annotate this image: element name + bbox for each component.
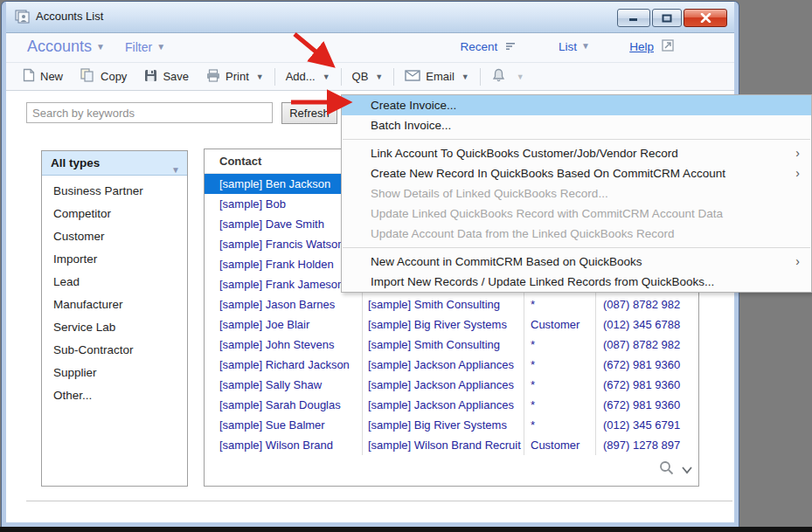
print-button[interactable]: Print ▼ bbox=[201, 66, 269, 87]
cell-phone: (012) 345 6788 bbox=[596, 314, 698, 335]
chevron-down-icon: ▼ bbox=[323, 73, 330, 81]
toolbar-separator bbox=[341, 68, 342, 86]
add-button-label: Add... bbox=[286, 70, 316, 83]
menu-item-create-new-record-in-quickbooks-based-on[interactable]: Create New Record In QuickBooks Based On… bbox=[342, 163, 811, 183]
filter-menu-label: Filter bbox=[125, 40, 152, 54]
refresh-button[interactable]: Refresh bbox=[281, 102, 337, 124]
open-in-window-icon[interactable] bbox=[662, 39, 675, 56]
cell-phone: (897) 1278 897 bbox=[596, 435, 698, 455]
table-row[interactable]: [sample] Joe Blair[sample] Big River Sys… bbox=[205, 314, 698, 335]
menu-item-show-details-of-linked-quickbooks-record: Show Details of Linked QuickBooks Record… bbox=[342, 183, 811, 204]
table-row[interactable]: [sample] Sue Balmer[sample] Big River Sy… bbox=[205, 415, 698, 435]
cell-contact: [sample] Wilson Brand bbox=[205, 435, 363, 455]
cell-phone: (012) 345 6791 bbox=[596, 415, 698, 435]
table-row[interactable]: [sample] Jason Barnes[sample] Smith Cons… bbox=[205, 294, 698, 314]
quickbooks-button[interactable]: QB ▼ bbox=[347, 67, 389, 86]
alerts-button[interactable]: ▼ bbox=[486, 66, 530, 88]
list-menu[interactable]: List▼ bbox=[559, 40, 590, 53]
copy-button[interactable]: Copy bbox=[75, 66, 132, 87]
toolbar-separator bbox=[480, 68, 481, 86]
cell-type: * bbox=[524, 294, 596, 314]
scroll-down-icon[interactable] bbox=[681, 462, 693, 478]
chevron-down-icon: ▼ bbox=[581, 41, 590, 51]
cell-contact: [sample] Richard Jackson bbox=[205, 355, 363, 375]
add-button[interactable]: Add... ▼ bbox=[281, 67, 336, 86]
blank-page-icon bbox=[23, 68, 35, 85]
cell-type: * bbox=[524, 335, 596, 355]
sidebar-item-customer[interactable]: Customer bbox=[42, 225, 187, 248]
cell-type: * bbox=[524, 355, 596, 375]
filter-menu[interactable]: Filter▼ bbox=[125, 40, 165, 54]
menu-item-batch-invoice[interactable]: Batch Invoice... bbox=[342, 115, 811, 135]
maximize-button[interactable] bbox=[652, 9, 682, 27]
title-bar: Accounts List bbox=[6, 2, 734, 33]
recent-sort-icon bbox=[506, 40, 516, 53]
menu-item-import-new-records-update-linked-records[interactable]: Import New Records / Update Linked Recor… bbox=[342, 272, 811, 292]
table-row[interactable]: [sample] Sarah Douglas[sample] Jackson A… bbox=[205, 395, 698, 415]
menu-separator bbox=[342, 135, 811, 143]
panel-divider bbox=[26, 501, 732, 501]
cell-phone: (087) 8782 982 bbox=[596, 294, 698, 314]
sidebar-item-importer[interactable]: Importer bbox=[42, 248, 187, 271]
account-type-header[interactable]: All types ▼ bbox=[42, 151, 187, 176]
envelope-icon bbox=[405, 70, 420, 84]
search-input[interactable] bbox=[26, 102, 273, 123]
sidebar-item-service-lab[interactable]: Service Lab bbox=[42, 316, 187, 339]
quickbooks-dropdown-menu: Create Invoice...Batch Invoice...Link Ac… bbox=[341, 94, 812, 293]
menu-item-create-invoice[interactable]: Create Invoice... bbox=[342, 95, 811, 115]
cell-contact: [sample] Jason Barnes bbox=[205, 294, 363, 314]
menu-item-link-account-to-quickbooks-customer-job-[interactable]: Link Account To QuickBooks Customer/Job/… bbox=[342, 143, 811, 163]
email-button[interactable]: Email ▼ bbox=[399, 67, 474, 86]
help-link[interactable]: Help bbox=[629, 40, 654, 53]
two-pages-icon bbox=[80, 68, 95, 85]
close-button[interactable] bbox=[684, 9, 727, 27]
chevron-down-icon: ▼ bbox=[171, 158, 180, 183]
table-search-icon[interactable] bbox=[659, 460, 674, 479]
cell-contact: [sample] Bob bbox=[205, 194, 363, 214]
save-button[interactable]: Save bbox=[139, 66, 194, 87]
cell-company: [sample] Wilson Brand Recruit bbox=[363, 435, 524, 455]
cell-contact: [sample] John Stevens bbox=[205, 335, 363, 355]
sidebar-item-lead[interactable]: Lead bbox=[42, 271, 187, 294]
cell-contact: [sample] Ben Jackson bbox=[205, 174, 363, 194]
sidebar-item-competitor[interactable]: Competitor bbox=[42, 203, 187, 225]
new-button-label: New bbox=[40, 70, 63, 83]
sidebar-item-other[interactable]: Other... bbox=[42, 384, 187, 407]
cell-contact: [sample] Sarah Douglas bbox=[205, 395, 363, 415]
accounts-menu[interactable]: Accounts▼ bbox=[27, 38, 105, 56]
cell-contact: [sample] Francis Watson bbox=[205, 234, 363, 254]
new-button[interactable]: New bbox=[17, 66, 68, 87]
sidebar-item-sub-contractor[interactable]: Sub-Contractor bbox=[42, 339, 187, 362]
sidebar-item-supplier[interactable]: Supplier bbox=[42, 362, 187, 384]
account-type-header-label: All types bbox=[51, 156, 100, 169]
window-title: Accounts List bbox=[36, 10, 103, 23]
table-row[interactable]: [sample] Wilson Brand[sample] Wilson Bra… bbox=[205, 435, 698, 455]
menu-item-new-account-in-commitcrm-based-on-quickb[interactable]: New Account in CommitCRM Based on QuickB… bbox=[342, 252, 811, 272]
recent-menu[interactable]: Recent bbox=[460, 40, 516, 53]
cell-type: Customer bbox=[524, 314, 596, 335]
toolbar-separator bbox=[274, 68, 275, 86]
chevron-down-icon: ▼ bbox=[462, 73, 469, 81]
table-row[interactable]: [sample] Sally Shaw[sample] Jackson Appl… bbox=[205, 375, 698, 395]
chevron-down-icon: ▼ bbox=[517, 73, 524, 81]
menu-separator bbox=[342, 244, 811, 252]
table-row[interactable]: [sample] John Stevens[sample] Smith Cons… bbox=[205, 335, 698, 355]
cell-company: [sample] Big River Systems bbox=[363, 415, 524, 435]
account-type-items: Business PartnerCompetitorCustomerImport… bbox=[42, 176, 187, 407]
menu-item-update-account-data-from-the-linked-quic: Update Account Data from the Linked Quic… bbox=[342, 224, 811, 244]
chevron-down-icon: ▼ bbox=[156, 42, 165, 52]
sidebar-item-business-partner[interactable]: Business Partner bbox=[42, 180, 187, 203]
minimize-button[interactable] bbox=[617, 9, 650, 27]
chevron-down-icon: ▼ bbox=[96, 42, 105, 52]
cell-type: * bbox=[524, 375, 596, 395]
chevron-down-icon: ▼ bbox=[256, 73, 264, 81]
sidebar-item-manufacturer[interactable]: Manufacturer bbox=[42, 294, 187, 316]
printer-icon bbox=[206, 69, 220, 85]
cell-phone: (672) 981 9360 bbox=[596, 375, 698, 395]
submenu-chevron-icon: › bbox=[795, 163, 800, 183]
cell-company: [sample] Smith Consulting bbox=[363, 335, 524, 355]
table-row[interactable]: [sample] Richard Jackson[sample] Jackson… bbox=[205, 355, 698, 375]
recent-menu-label: Recent bbox=[460, 40, 497, 53]
module-menubar: Accounts▼ Filter▼ Recent List▼ Help bbox=[6, 33, 734, 63]
cell-company: [sample] Big River Systems bbox=[363, 314, 524, 335]
